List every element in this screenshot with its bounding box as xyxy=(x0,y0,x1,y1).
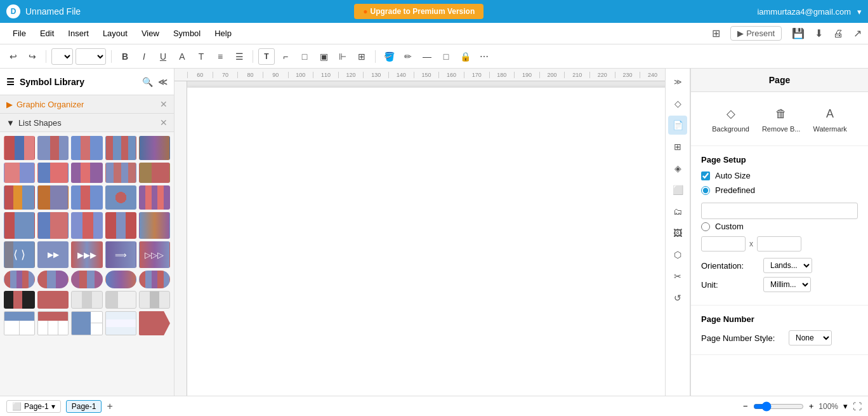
menu-file[interactable]: File xyxy=(6,26,32,41)
layer-icon[interactable]: 🗂 xyxy=(668,202,687,221)
shape-item[interactable] xyxy=(139,136,170,160)
sidebar-search-icon[interactable]: 🔍 xyxy=(142,77,153,87)
shape-item[interactable] xyxy=(4,212,35,239)
frame-icon[interactable]: ⬜ xyxy=(668,180,687,199)
history-icon[interactable]: ↺ xyxy=(668,288,687,307)
shape-item[interactable] xyxy=(37,311,69,335)
shape-item[interactable] xyxy=(71,163,102,183)
shape-item[interactable] xyxy=(37,291,69,309)
predefined-value-input[interactable]: A4 sheet, 210mm x 297 mm xyxy=(701,203,858,219)
crop-icon[interactable]: ✂ xyxy=(668,267,687,286)
shape-item[interactable] xyxy=(71,271,102,288)
shape-item[interactable] xyxy=(71,185,102,210)
bold-button[interactable]: B xyxy=(117,48,133,65)
shape-item[interactable] xyxy=(139,212,170,239)
shape-item[interactable] xyxy=(139,185,170,210)
redo-button[interactable]: ↪ xyxy=(24,48,41,65)
shape-item[interactable] xyxy=(139,291,170,309)
cat-list-close-icon[interactable]: ✕ xyxy=(160,117,168,128)
grid-icon[interactable]: ⊞ xyxy=(668,137,687,156)
fullscreen-button[interactable]: ⛶ xyxy=(853,401,862,412)
image-icon[interactable]: 🖼 xyxy=(668,224,687,243)
font-size-select[interactable] xyxy=(76,48,106,65)
shape-item[interactable]: ▷▷▷ xyxy=(139,241,170,268)
unit-select[interactable]: Millim... Inches Points xyxy=(763,277,811,292)
shape-item[interactable] xyxy=(139,311,170,335)
undo-button[interactable]: ↩ xyxy=(5,48,22,65)
text-button[interactable]: T xyxy=(258,48,275,65)
shape-item[interactable] xyxy=(4,271,35,288)
shape-item[interactable] xyxy=(4,136,35,160)
border-button[interactable]: □ xyxy=(438,48,454,65)
shape-item[interactable] xyxy=(105,311,136,335)
shape-item[interactable] xyxy=(105,271,136,288)
page-icon[interactable]: 📄 xyxy=(668,116,687,135)
present-button[interactable]: ▶ Present xyxy=(730,26,782,41)
lock-button[interactable]: 🔒 xyxy=(457,48,473,65)
group-icon[interactable]: ⬡ xyxy=(668,245,687,264)
share-icon[interactable]: ↗ xyxy=(853,27,862,39)
shape-item[interactable] xyxy=(37,185,69,210)
underline-button[interactable]: U xyxy=(155,48,171,65)
page-tab-active[interactable]: Page-1 xyxy=(66,400,102,413)
category-list-shapes[interactable]: ▼ List Shapes ✕ xyxy=(0,114,174,132)
orientation-select[interactable]: Lands... Portrait xyxy=(763,258,812,273)
list-button[interactable]: ⊩ xyxy=(334,48,351,65)
shape-item[interactable] xyxy=(37,163,69,183)
cat-close-icon[interactable]: ✕ xyxy=(160,99,168,109)
canvas[interactable] xyxy=(187,81,665,396)
shape-item[interactable] xyxy=(71,136,102,160)
menu-layout[interactable]: Layout xyxy=(96,26,134,41)
menu-edit[interactable]: Edit xyxy=(34,26,60,41)
shape-item[interactable] xyxy=(4,163,35,183)
remove-background-button[interactable]: 🗑 Remove B... xyxy=(758,101,805,137)
shape-item[interactable] xyxy=(71,311,102,335)
connector-button[interactable]: ⌐ xyxy=(277,48,294,65)
custom-radio[interactable] xyxy=(701,222,710,231)
italic-button[interactable]: I xyxy=(136,48,152,65)
more-button[interactable]: ⋯ xyxy=(476,48,492,65)
height-input[interactable]: 297 xyxy=(757,236,801,252)
shape-item[interactable]: ▶▶▶ xyxy=(71,241,102,268)
shape-item[interactable] xyxy=(4,185,35,210)
font-family-select[interactable] xyxy=(51,48,73,65)
sidebar-menu-icon[interactable]: ☰ xyxy=(6,77,15,87)
category-graphic-organizer[interactable]: ▶ Graphic Organizer ✕ xyxy=(0,95,174,114)
shape-item[interactable] xyxy=(37,271,69,288)
menu-symbol[interactable]: Symbol xyxy=(167,26,207,41)
shape-item[interactable] xyxy=(37,212,69,239)
container-button[interactable]: ▣ xyxy=(315,48,332,65)
save-icon[interactable]: 💾 xyxy=(792,27,805,39)
page-tab-list[interactable]: ⬜ Page-1 ▾ xyxy=(6,400,61,413)
watermark-button[interactable]: A Watermark xyxy=(809,101,850,137)
zoom-chevron[interactable]: ▾ xyxy=(843,401,848,411)
shape-item[interactable] xyxy=(71,212,102,239)
shape-item[interactable]: ⟹ xyxy=(105,241,136,268)
shape-item[interactable] xyxy=(139,163,170,183)
shape-item[interactable] xyxy=(105,212,136,239)
zoom-in-icon[interactable]: + xyxy=(809,401,814,411)
shape-item[interactable] xyxy=(71,291,102,309)
menu-insert[interactable]: Insert xyxy=(62,26,95,41)
shape-item[interactable] xyxy=(4,311,35,335)
shape-item[interactable] xyxy=(139,271,170,288)
shape-item[interactable] xyxy=(105,136,136,160)
expand-panel-icon[interactable]: ≫ xyxy=(668,72,687,91)
upgrade-button[interactable]: Upgrade to Premium Version xyxy=(354,4,483,19)
shape-button[interactable]: □ xyxy=(296,48,313,65)
fill-color-button[interactable]: 🪣 xyxy=(381,48,397,65)
auto-size-checkbox[interactable] xyxy=(701,171,710,180)
user-chevron[interactable]: ▾ xyxy=(857,7,862,17)
zoom-out-icon[interactable]: − xyxy=(743,401,748,411)
shape-item[interactable] xyxy=(105,185,136,210)
download-icon[interactable]: ⬇ xyxy=(815,27,823,39)
shape-item[interactable] xyxy=(4,291,35,309)
menu-help[interactable]: Help xyxy=(208,26,238,41)
predefined-radio[interactable] xyxy=(701,186,710,195)
page-number-style-select[interactable]: None 1, 2, 3 i, ii, iii xyxy=(789,330,832,346)
background-button[interactable]: ◇ Background xyxy=(708,101,753,137)
menu-view[interactable]: View xyxy=(135,26,166,41)
print-icon[interactable]: 🖨 xyxy=(833,28,843,39)
zoom-slider[interactable] xyxy=(753,401,804,412)
pointer-icon[interactable]: ◇ xyxy=(668,94,687,113)
